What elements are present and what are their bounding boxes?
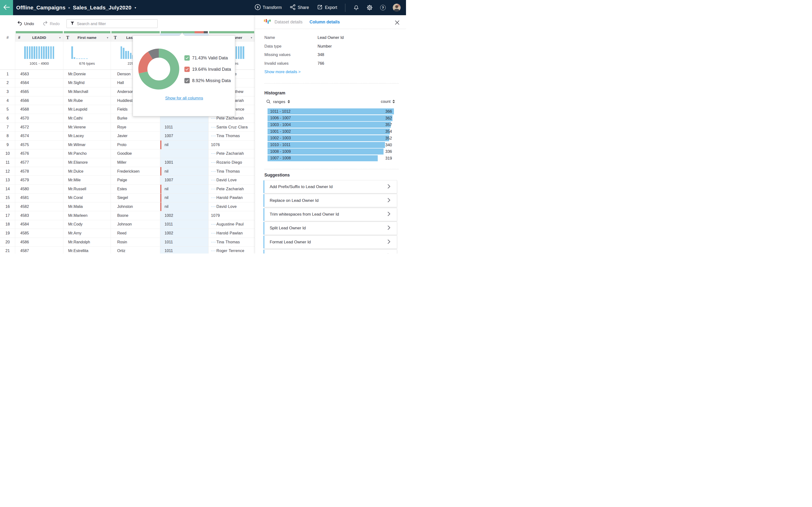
cell-first-name[interactable]: Mr.Cody — [68, 220, 111, 229]
tab-column-details[interactable]: Column details — [310, 19, 340, 24]
cell-leadid[interactable]: 4579 — [20, 176, 63, 184]
cell-last-name[interactable]: Johnson — [117, 220, 160, 229]
cell-leadid[interactable]: 4577 — [20, 158, 63, 167]
cell-last-name[interactable]: Rosin — [117, 238, 160, 246]
cell-lead-owner-id[interactable]: 1002 — [160, 211, 208, 220]
cell-lead-owner[interactable]: ····Santa·Cruz·Clara — [211, 123, 255, 131]
cell-lead-owner[interactable]: ····Harold·Pawlan — [211, 229, 255, 237]
cell-last-name[interactable]: Reed — [117, 229, 160, 237]
cell-first-name[interactable]: Mr.Randolph — [68, 238, 111, 246]
cell-last-name[interactable]: Estes — [117, 185, 160, 193]
histogram-row-1[interactable]: 1006 - 1007362 — [267, 115, 394, 121]
close-panel-icon[interactable] — [395, 20, 400, 26]
cell-first-name[interactable]: Mr.Verene — [68, 123, 111, 131]
cell-last-name[interactable]: Boone — [117, 211, 160, 220]
cell-first-name[interactable]: Mr.Pancho — [68, 150, 111, 158]
cell-leadid[interactable]: 4564 — [20, 79, 63, 88]
cell-last-name[interactable]: Proto — [117, 140, 160, 149]
back-button[interactable] — [0, 0, 13, 15]
cell-rownum[interactable]: 20 — [0, 238, 15, 246]
cell-leadid[interactable]: 4565 — [20, 88, 63, 96]
cell-lead-owner-id[interactable]: 1011 — [160, 220, 208, 229]
quality-segment-valid-leadid[interactable] — [16, 31, 63, 33]
cell-lead-owner[interactable]: ····David·Love — [211, 176, 255, 184]
show-for-all-columns-link[interactable]: Show for all columns — [165, 96, 203, 101]
search-input[interactable] — [77, 21, 157, 26]
cell-rownum[interactable]: 2 — [0, 79, 15, 88]
cell-lead-owner-id[interactable]: nil — [160, 193, 208, 202]
cell-last-name[interactable]: Paige — [117, 176, 160, 184]
quality-segment-missing-owner_id[interactable] — [204, 31, 208, 33]
cell-first-name[interactable]: Mr.Sigfrid — [68, 79, 111, 88]
cell-leadid[interactable]: 4581 — [20, 193, 63, 202]
cell-first-name[interactable]: Mr.Marleen — [68, 211, 111, 220]
legend-checkbox-2[interactable] — [185, 78, 190, 83]
cell-lead-owner-id[interactable]: 1002 — [160, 229, 208, 237]
cell-leadid[interactable]: 4574 — [20, 131, 63, 140]
tab-dataset-details[interactable]: Dataset details — [274, 19, 303, 24]
cell-lead-owner-id[interactable]: 1001 — [160, 158, 208, 167]
cell-lead-owner-id[interactable]: 1007 — [160, 176, 208, 184]
cell-first-name[interactable]: Mr.Donnie — [68, 70, 111, 78]
cell-last-name[interactable]: Javier — [117, 131, 160, 140]
histogram-row-4[interactable]: 1002 - 1003352 — [267, 135, 394, 141]
cell-leadid[interactable]: 4587 — [20, 246, 63, 253]
legend-checkbox-1[interactable] — [185, 67, 190, 72]
cell-leadid[interactable]: 4568 — [20, 105, 63, 114]
suggestion-card-2[interactable]: Trim whitespaces from Lead Owner Id — [264, 208, 397, 221]
cell-lead-owner[interactable]: ····Pete·Zachariah — [211, 185, 255, 193]
cell-first-name[interactable]: Mr.Dulce — [68, 167, 111, 176]
histogram-row-6[interactable]: 1008 - 1009336 — [267, 149, 394, 155]
cell-lead-owner[interactable]: 1076 — [211, 140, 255, 149]
column-menu-caret-icon[interactable]: ▾ — [107, 36, 108, 39]
cell-first-name[interactable]: Mr.Marchall — [68, 88, 111, 96]
histogram-row-5[interactable]: 1010 - 1011340 — [267, 142, 394, 148]
column-histogram-leadid[interactable]: 1001 - 4900 — [15, 42, 63, 70]
cell-first-name[interactable]: Mr.Wilmar — [68, 140, 111, 149]
cell-rownum[interactable]: 13 — [0, 176, 15, 184]
breadcrumb-parent[interactable]: Offline_Campaigns — [16, 5, 65, 11]
quality-segment-invalid-owner_id[interactable] — [195, 31, 204, 33]
cell-leadid[interactable]: 4572 — [20, 123, 63, 131]
suggestion-card-5[interactable] — [264, 249, 397, 254]
histogram-row-7[interactable]: 1007 - 1008319 — [267, 155, 394, 161]
quality-segment-valid-last[interactable] — [111, 31, 160, 33]
cell-rownum[interactable]: 21 — [0, 246, 15, 253]
cell-leadid[interactable]: 4586 — [20, 238, 63, 246]
cell-leadid[interactable]: 4580 — [20, 185, 63, 193]
cell-leadid[interactable]: 4570 — [20, 114, 63, 123]
cell-first-name[interactable]: Mr.Estrellita — [68, 246, 111, 253]
cell-lead-owner[interactable]: ····David·Love — [211, 202, 255, 211]
cell-first-name[interactable]: Mr.Rube — [68, 96, 111, 105]
cell-lead-owner-id[interactable]: 1007 — [160, 131, 208, 140]
cell-leadid[interactable]: 4584 — [20, 220, 63, 229]
cell-last-name[interactable]: Goodloe — [117, 150, 160, 158]
cell-rownum[interactable]: 4 — [0, 96, 15, 105]
export-button[interactable]: Export — [317, 4, 337, 11]
cell-rownum[interactable]: 10 — [0, 150, 15, 158]
user-avatar[interactable] — [393, 4, 401, 12]
cell-rownum[interactable]: 9 — [0, 140, 15, 149]
column-header-first[interactable]: TFirst name▾ — [63, 33, 111, 42]
cell-lead-owner[interactable]: ····Pete·Zachariah — [211, 150, 255, 158]
cell-lead-owner-id[interactable]: 1011 — [160, 246, 208, 253]
cell-lead-owner-id[interactable]: nil — [160, 167, 208, 176]
cell-first-name[interactable]: Mr.Mile — [68, 176, 111, 184]
cell-rownum[interactable]: 18 — [0, 220, 15, 229]
cell-rownum[interactable]: 14 — [0, 185, 15, 193]
cell-lead-owner-id[interactable]: nil — [160, 202, 208, 211]
cell-lead-owner-id[interactable] — [160, 150, 208, 158]
suggestion-card-4[interactable]: Format Lead Owner Id — [264, 235, 397, 249]
cell-leadid[interactable]: 4576 — [20, 150, 63, 158]
show-more-details-link[interactable]: Show more details > — [264, 69, 301, 74]
cell-lead-owner[interactable]: ····Tina·Thomas — [211, 167, 255, 176]
cell-lead-owner[interactable]: ····Roger·Terrence — [211, 246, 255, 253]
share-button[interactable]: Share — [290, 4, 309, 11]
help-icon[interactable]: ? — [380, 5, 386, 10]
cell-rownum[interactable]: 17 — [0, 211, 15, 220]
breadcrumb-current[interactable]: Sales_Leads_July2020 — [73, 5, 132, 11]
cell-last-name[interactable]: Johnston — [117, 202, 160, 211]
quality-segment-valid-owner[interactable] — [209, 31, 254, 33]
cell-rownum[interactable]: 19 — [0, 229, 15, 237]
cell-lead-owner-id[interactable]: 1011 — [160, 123, 208, 131]
